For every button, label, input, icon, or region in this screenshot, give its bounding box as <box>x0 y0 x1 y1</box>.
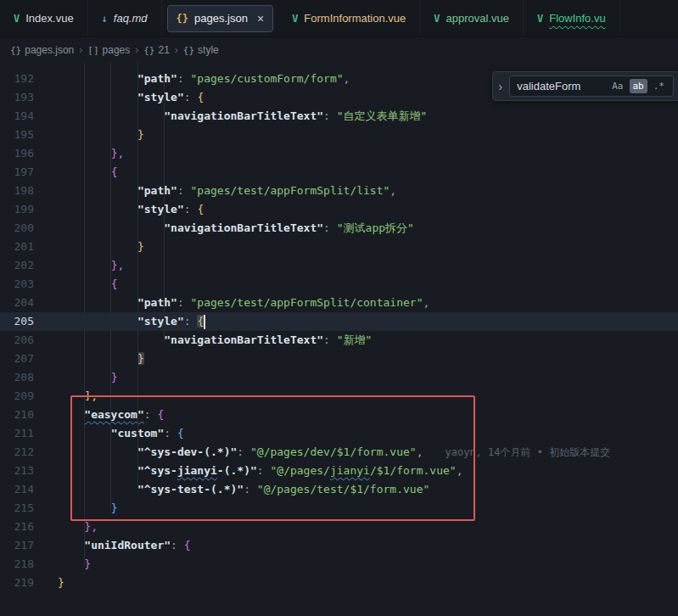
code-token: "@/pages/test/$1/form.vue" <box>257 483 430 496</box>
code-token: : <box>323 333 337 346</box>
code-token <box>58 352 137 365</box>
tab-flowinfo-vu[interactable]: VFlowInfo.vu <box>524 0 620 36</box>
line-number: 218 <box>0 555 34 574</box>
line-number: 206 <box>0 331 34 350</box>
find-input[interactable] <box>515 79 604 93</box>
line-number: 214 <box>0 480 34 499</box>
code-token <box>58 221 164 234</box>
code-text: "path": "pages/test/appFormSplit/contain… <box>34 294 429 312</box>
code-token: } <box>84 557 91 570</box>
tab-index-vue[interactable]: VIndex.vue <box>0 0 88 36</box>
symbol-icon: {} <box>143 45 154 56</box>
code-token <box>58 147 111 160</box>
breadcrumb-item-style[interactable]: {}style <box>183 44 219 56</box>
tab-faq-md[interactable]: ↓faq.md <box>88 0 162 36</box>
code-line[interactable]: 202 }, <box>0 256 678 275</box>
code-line[interactable]: 201 } <box>0 238 678 256</box>
code-text: } <box>34 574 64 592</box>
json-icon: {} <box>177 13 188 25</box>
text-cursor <box>204 315 205 329</box>
code-token: : <box>171 539 184 552</box>
code-line[interactable]: 199 "style": { <box>0 200 678 219</box>
code-line[interactable]: 195 } <box>0 126 678 144</box>
code-line[interactable]: 203 { <box>0 275 678 294</box>
chevron-right-icon[interactable]: › <box>496 80 506 93</box>
code-token: }, <box>111 259 125 272</box>
code-line[interactable]: 214 "^sys-test-(.*)": "@/pages/test/$1/f… <box>0 480 678 499</box>
code-line[interactable]: 210 "easycom": { <box>0 406 678 424</box>
code-line[interactable]: 216 }, <box>0 518 678 536</box>
code-text: "^sys-dev-(.*)": "@/pages/dev/$1/form.vu… <box>34 443 610 462</box>
tab-forminformation-vue[interactable]: VFormInformation.vue <box>278 0 420 36</box>
code-token: { <box>197 91 204 104</box>
match-case-button[interactable]: Aa <box>608 79 626 93</box>
breadcrumb-label: pages.json <box>25 44 74 56</box>
breadcrumb-item-pages-json[interactable]: {}pages.json <box>10 44 74 56</box>
code-line[interactable]: 208 } <box>0 368 678 387</box>
code-line[interactable]: 196 }, <box>0 144 678 163</box>
code-text: "path": "pages/customForm/form", <box>34 70 350 88</box>
editor[interactable]: 192 "path": "pages/customForm/form",193 … <box>0 63 678 616</box>
code-line[interactable]: 198 "path": "pages/test/appFormSplit/lis… <box>0 182 678 200</box>
code-token <box>58 520 84 533</box>
code-token: : <box>323 109 337 122</box>
code-token: : <box>177 184 191 197</box>
tab-pages-json[interactable]: {}pages.json× <box>167 5 274 32</box>
code-token: "path" <box>137 184 177 197</box>
code-text: }, <box>34 144 124 163</box>
code-token: : <box>184 91 198 104</box>
code-line[interactable]: 213 "^sys-jianyi-(.*)": "@/pages/jianyi/… <box>0 462 678 480</box>
line-number: 200 <box>0 219 34 238</box>
code-line[interactable]: 204 "path": "pages/test/appFormSplit/con… <box>0 294 678 312</box>
code-line[interactable]: 218 } <box>0 555 678 574</box>
breadcrumb-item-pages[interactable]: []pages <box>87 44 130 56</box>
code-line[interactable]: 209 ], <box>0 387 678 406</box>
regex-button[interactable]: .* <box>650 79 668 93</box>
line-number: 207 <box>0 350 34 368</box>
code-line[interactable]: 212 "^sys-dev-(.*)": "@/pages/dev/$1/for… <box>0 443 678 462</box>
code-token: "style" <box>137 315 184 328</box>
code-token <box>58 277 111 290</box>
tab-label: Index.vue <box>25 12 73 25</box>
code-token: : <box>184 315 198 328</box>
tab-approval-vue[interactable]: Vapproval.vue <box>420 0 524 36</box>
code-token: "custom" <box>111 427 165 440</box>
line-number: 217 <box>0 536 34 555</box>
breadcrumb-item-21[interactable]: {}21 <box>143 44 170 56</box>
code-token: } <box>137 352 144 365</box>
code-token: }, <box>84 520 98 533</box>
code-token: } <box>137 240 144 253</box>
close-icon[interactable]: × <box>257 12 264 25</box>
whole-word-button[interactable]: ab <box>630 79 647 93</box>
code-token: -(.*)" <box>217 464 257 477</box>
code-token: , <box>344 72 350 85</box>
code-line[interactable]: 206 "navigationBarTitleText": "新增" <box>0 331 678 350</box>
vue-icon: V <box>14 13 20 25</box>
code-line[interactable]: 207 } <box>0 350 678 368</box>
line-number: 209 <box>0 387 34 406</box>
line-number: 219 <box>0 574 34 592</box>
breadcrumb-label: style <box>198 44 219 56</box>
code-text: "custom": { <box>34 424 184 443</box>
code-line[interactable]: 215 } <box>0 499 678 518</box>
code-line[interactable]: 194 "navigationBarTitleText": "自定义表单新增" <box>0 107 678 126</box>
code-text: "style": { <box>34 200 204 219</box>
code-line[interactable]: 200 "navigationBarTitleText": "测试app拆分" <box>0 219 678 238</box>
symbol-icon: {} <box>183 45 194 56</box>
code-line[interactable]: 217 "uniIdRouter": { <box>0 536 678 555</box>
code-token <box>58 371 111 384</box>
code-token: : <box>244 483 257 496</box>
code-line[interactable]: 211 "custom": { <box>0 424 678 443</box>
code-line[interactable]: 219} <box>0 574 678 592</box>
code-text: "navigationBarTitleText": "自定义表单新增" <box>34 107 427 126</box>
code-token: { <box>177 427 184 440</box>
code-text: }, <box>34 518 98 536</box>
code-token: } <box>111 501 118 514</box>
code-token: "@/pages/dev/$1/form.vue" <box>250 445 417 458</box>
code-token: : <box>257 464 271 477</box>
code-text: "easycom": { <box>34 406 164 424</box>
code-line[interactable]: 205 "style": { <box>0 312 678 331</box>
code-text: "navigationBarTitleText": "新增" <box>34 331 372 350</box>
code-token: : <box>144 408 158 421</box>
code-line[interactable]: 197 { <box>0 163 678 182</box>
